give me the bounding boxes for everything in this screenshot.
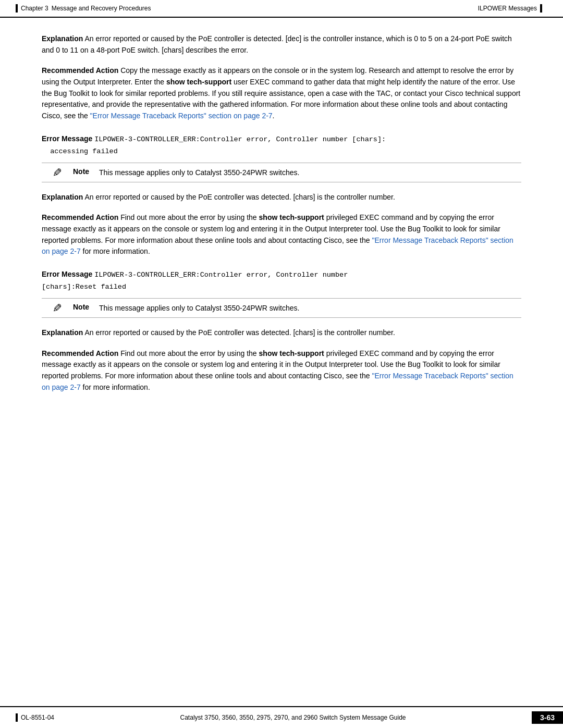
rec-action-bold2: show tech-support bbox=[259, 213, 324, 221]
error-message-label-2: Error Message bbox=[42, 270, 92, 278]
footer-doc-num: OL-8551-04 bbox=[21, 714, 54, 721]
chapter-title: Message and Recovery Procedures bbox=[52, 5, 151, 12]
recommended-action-block-2: Recommended Action Find out more about t… bbox=[42, 212, 521, 257]
page-header: Chapter 3 Message and Recovery Procedure… bbox=[0, 0, 563, 18]
note-icon-col-1: ✎ bbox=[42, 166, 73, 179]
footer-page-num: 3-63 bbox=[532, 711, 563, 724]
error-message-block-1: Error Message ILPOWER-3-CONTROLLER_ERR:C… bbox=[42, 133, 521, 157]
header-bar-icon bbox=[16, 4, 18, 13]
explanation-block-2: Explanation An error reported or caused … bbox=[42, 192, 521, 203]
page-footer: OL-8551-04 Catalyst 3750, 3560, 3550, 29… bbox=[0, 706, 563, 728]
note-pencil-icon-2: ✎ bbox=[53, 303, 62, 314]
header-left: Chapter 3 Message and Recovery Procedure… bbox=[16, 4, 151, 13]
error-code-1: ILPOWER-3-CONTROLLER_ERR:Controller erro… bbox=[42, 135, 386, 155]
section-label: ILPOWER Messages bbox=[478, 5, 537, 12]
note-label-2: Note bbox=[73, 302, 99, 311]
recommended-action-block-3: Recommended Action Find out more about t… bbox=[42, 348, 521, 393]
note-icon-col-2: ✎ bbox=[42, 302, 73, 314]
rec-action-label-1: Recommended Action bbox=[42, 66, 118, 75]
explanation-block-3: Explanation An error reported or caused … bbox=[42, 327, 521, 339]
note-label-1: Note bbox=[73, 166, 99, 176]
note-box-2: ✎ Note This message applies only to Cata… bbox=[42, 298, 521, 318]
explanation-text-2: An error reported or caused by the PoE c… bbox=[83, 193, 395, 201]
error-message-label-1: Error Message bbox=[42, 134, 92, 143]
rec-action-bold1: show tech-support bbox=[166, 78, 231, 86]
explanation-label-1: Explanation bbox=[42, 34, 83, 43]
rec-action-text9: for more information. bbox=[81, 383, 150, 391]
note-box-1: ✎ Note This message applies only to Cata… bbox=[42, 163, 521, 182]
footer-guide-title: Catalyst 3750, 3560, 3550, 2975, 2970, a… bbox=[180, 714, 406, 721]
explanation-label-2: Explanation bbox=[42, 193, 83, 201]
explanation-block-1: Explanation An error reported or caused … bbox=[42, 33, 521, 56]
footer-bar-icon bbox=[16, 713, 18, 722]
footer-left: OL-8551-04 bbox=[0, 713, 54, 722]
main-content: Explanation An error reported or caused … bbox=[0, 18, 563, 444]
rec-action-link-1[interactable]: "Error Message Traceback Reports" sectio… bbox=[90, 112, 273, 120]
header-right: ILPOWER Messages bbox=[478, 4, 542, 13]
rec-action-label-2: Recommended Action bbox=[42, 213, 118, 221]
footer-right: 3-63 bbox=[532, 711, 563, 724]
rec-action-text7: Find out more about the error by using t… bbox=[118, 349, 259, 357]
rec-action-text4: Find out more about the error by using t… bbox=[118, 213, 259, 221]
rec-action-text3: . bbox=[273, 112, 275, 120]
chapter-label: Chapter 3 bbox=[21, 5, 48, 12]
rec-action-label-3: Recommended Action bbox=[42, 349, 118, 357]
note-text-2: This message applies only to Catalyst 35… bbox=[99, 302, 521, 314]
rec-action-bold3: show tech-support bbox=[259, 349, 324, 357]
header-right-bar-icon bbox=[540, 4, 542, 13]
footer-center: Catalyst 3750, 3560, 3550, 2975, 2970, a… bbox=[180, 714, 406, 721]
note-pencil-icon-1: ✎ bbox=[53, 167, 62, 179]
explanation-text-1: An error reported or caused by the PoE c… bbox=[42, 34, 512, 54]
error-message-block-2: Error Message ILPOWER-3-CONTROLLER_ERR:C… bbox=[42, 269, 521, 293]
rec-action-text6: for more information. bbox=[81, 247, 150, 255]
explanation-label-3: Explanation bbox=[42, 328, 83, 337]
note-text-1: This message applies only to Catalyst 35… bbox=[99, 166, 521, 178]
explanation-text-3: An error reported or caused by the PoE c… bbox=[83, 328, 395, 337]
recommended-action-block-1: Recommended Action Copy the message exac… bbox=[42, 65, 521, 121]
